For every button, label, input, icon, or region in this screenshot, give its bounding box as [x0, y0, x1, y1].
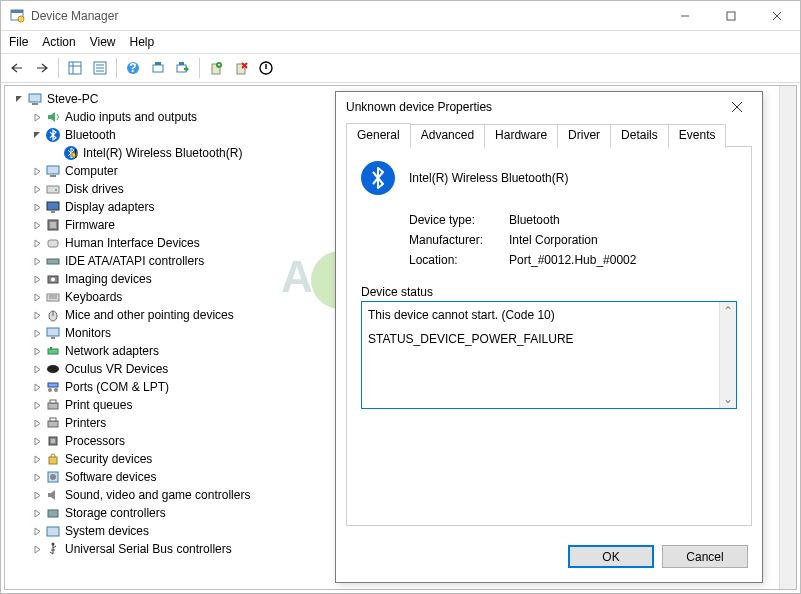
close-button[interactable] — [754, 1, 800, 31]
svg-rect-34 — [51, 211, 55, 213]
show-hide-tree-button[interactable] — [63, 56, 87, 80]
menu-help[interactable]: Help — [130, 35, 155, 49]
category-icon — [45, 235, 61, 251]
tab-driver[interactable]: Driver — [557, 124, 611, 148]
category-icon — [45, 325, 61, 341]
scan-hardware-button[interactable] — [146, 56, 170, 80]
value-location: Port_#0012.Hub_#0002 — [509, 253, 636, 267]
forward-button[interactable] — [30, 56, 54, 80]
expander-icon[interactable] — [31, 129, 43, 141]
menu-file[interactable]: File — [9, 35, 28, 49]
expander-icon[interactable] — [31, 201, 43, 213]
computer-icon — [27, 91, 43, 107]
tree-item-label: Oculus VR Devices — [65, 362, 168, 376]
tree-item-label: Print queues — [65, 398, 132, 412]
category-icon — [45, 433, 61, 449]
expander-icon[interactable] — [31, 345, 43, 357]
svg-point-32 — [55, 189, 57, 191]
expander-icon[interactable] — [31, 435, 43, 447]
category-icon — [45, 163, 61, 179]
add-legacy-button[interactable] — [171, 56, 195, 80]
expander-icon[interactable] — [31, 165, 43, 177]
uninstall-device-button[interactable] — [229, 56, 253, 80]
tree-scrollbar[interactable] — [779, 86, 796, 589]
tree-item-label: Ports (COM & LPT) — [65, 380, 169, 394]
ok-button[interactable]: OK — [568, 545, 654, 568]
tree-item-label: Mice and other pointing devices — [65, 308, 234, 322]
category-icon — [45, 541, 61, 557]
tab-hardware[interactable]: Hardware — [484, 124, 558, 148]
category-icon — [45, 127, 61, 143]
svg-text:!: ! — [74, 147, 77, 160]
expander-icon[interactable] — [31, 237, 43, 249]
expander-icon[interactable] — [31, 489, 43, 501]
category-icon — [45, 217, 61, 233]
tree-item-label: Display adapters — [65, 200, 154, 214]
menu-view[interactable]: View — [90, 35, 116, 49]
status-line-2: STATUS_DEVICE_POWER_FAILURE — [368, 330, 718, 348]
menu-action[interactable]: Action — [42, 35, 75, 49]
svg-rect-30 — [50, 175, 56, 177]
expander-icon[interactable] — [13, 93, 25, 105]
maximize-button[interactable] — [708, 1, 754, 31]
expander-icon[interactable] — [31, 525, 43, 537]
expander-icon[interactable] — [31, 507, 43, 519]
tree-item-label: Processors — [65, 434, 125, 448]
svg-rect-25 — [32, 103, 38, 105]
svg-rect-63 — [48, 510, 58, 517]
expander-icon[interactable] — [31, 363, 43, 375]
expander-icon[interactable] — [31, 381, 43, 393]
tab-events[interactable]: Events — [668, 124, 727, 148]
cancel-button[interactable]: Cancel — [662, 545, 748, 568]
category-icon — [45, 181, 61, 197]
tree-item-label: Sound, video and game controllers — [65, 488, 250, 502]
device-status-textarea[interactable]: This device cannot start. (Code 10) STAT… — [361, 301, 737, 409]
svg-rect-56 — [48, 421, 58, 427]
status-scrollbar[interactable]: ⌃⌄ — [719, 302, 736, 408]
tab-general[interactable]: General — [346, 123, 411, 147]
expander-icon[interactable] — [31, 309, 43, 321]
svg-point-62 — [50, 474, 56, 480]
dialog-close-button[interactable] — [722, 92, 752, 122]
expander-icon[interactable] — [31, 255, 43, 267]
expander-icon[interactable] — [31, 273, 43, 285]
expander-icon[interactable] — [31, 453, 43, 465]
svg-rect-37 — [48, 240, 58, 247]
expander-icon[interactable] — [31, 399, 43, 411]
tab-advanced[interactable]: Advanced — [410, 124, 485, 148]
svg-point-50 — [47, 365, 59, 373]
category-icon — [45, 505, 61, 521]
back-button[interactable] — [5, 56, 29, 80]
properties-dialog: Unknown device Properties General Advanc… — [335, 91, 763, 583]
expander-icon[interactable] — [31, 219, 43, 231]
tree-item-label: System devices — [65, 524, 149, 538]
value-device-type: Bluetooth — [509, 213, 560, 227]
disable-device-button[interactable] — [254, 56, 278, 80]
svg-text:?: ? — [129, 61, 136, 75]
svg-rect-36 — [50, 222, 56, 228]
minimize-button[interactable] — [662, 1, 708, 31]
category-icon — [45, 343, 61, 359]
expander-icon[interactable] — [31, 111, 43, 123]
expander-icon[interactable] — [31, 543, 43, 555]
svg-point-65 — [52, 543, 55, 546]
svg-rect-64 — [47, 527, 59, 536]
properties-toolbar-button[interactable] — [88, 56, 112, 80]
expander-icon[interactable] — [31, 327, 43, 339]
category-icon — [45, 289, 61, 305]
expander-icon[interactable] — [31, 471, 43, 483]
update-driver-button[interactable] — [204, 56, 228, 80]
svg-rect-24 — [29, 94, 41, 102]
svg-rect-4 — [727, 12, 735, 20]
tree-item-label: Audio inputs and outputs — [65, 110, 197, 124]
svg-rect-60 — [49, 457, 57, 464]
label-location: Location: — [409, 253, 509, 267]
help-button[interactable]: ? — [121, 56, 145, 80]
expander-icon[interactable] — [31, 417, 43, 429]
tree-item-label: IDE ATA/ATAPI controllers — [65, 254, 204, 268]
expander-icon[interactable] — [31, 183, 43, 195]
label-device-status: Device status — [361, 285, 737, 299]
dialog-titlebar[interactable]: Unknown device Properties — [336, 92, 762, 122]
tab-details[interactable]: Details — [610, 124, 669, 148]
expander-icon[interactable] — [31, 291, 43, 303]
